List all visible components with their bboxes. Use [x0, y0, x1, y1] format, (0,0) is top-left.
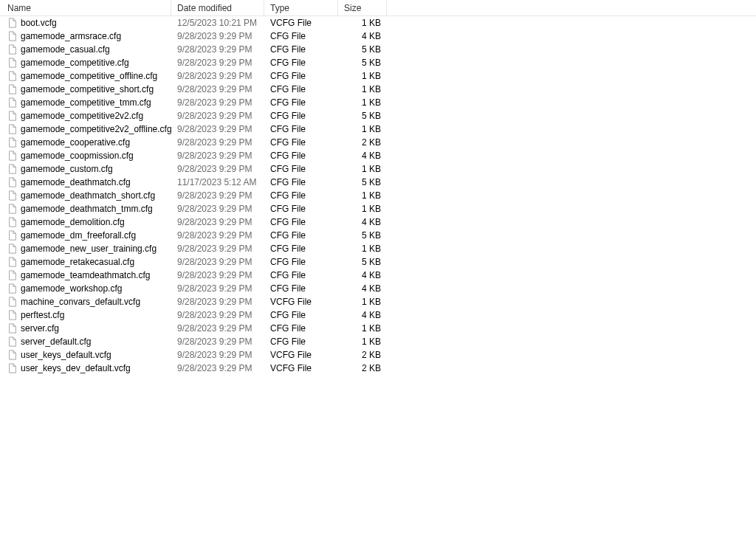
- file-name-cell: user_keys_dev_default.vcfg: [0, 363, 171, 373]
- file-row[interactable]: gamemode_deathmatch_short.cfg9/28/2023 9…: [0, 189, 756, 202]
- file-explorer: Name Date modified Type Size boot.vcfg12…: [0, 0, 756, 375]
- file-type: CFG File: [264, 190, 338, 201]
- file-size: 4 KB: [338, 31, 387, 41]
- file-name: server.cfg: [21, 323, 59, 334]
- file-row[interactable]: gamemode_armsrace.cfg9/28/2023 9:29 PMCF…: [0, 30, 756, 43]
- file-date: 9/28/2023 9:29 PM: [171, 44, 264, 55]
- file-name: gamemode_new_user_training.cfg: [21, 244, 157, 254]
- file-row[interactable]: gamemode_demolition.cfg9/28/2023 9:29 PM…: [0, 215, 756, 229]
- file-date: 9/28/2023 9:29 PM: [171, 190, 264, 201]
- file-date: 9/28/2023 9:29 PM: [171, 137, 264, 148]
- file-row[interactable]: gamemode_dm_freeforall.cfg9/28/2023 9:29…: [0, 229, 756, 242]
- file-type: CFG File: [264, 270, 338, 280]
- file-name-cell: gamemode_deathmatch_short.cfg: [0, 190, 171, 201]
- file-name-cell: gamemode_competitive2v2_offline.cfg: [0, 124, 171, 134]
- file-row[interactable]: gamemode_competitive.cfg9/28/2023 9:29 P…: [0, 56, 756, 69]
- file-date: 9/28/2023 9:29 PM: [171, 350, 264, 360]
- file-name-cell: gamemode_demolition.cfg: [0, 217, 171, 227]
- file-icon: [7, 270, 18, 280]
- file-row[interactable]: gamemode_competitive_offline.cfg9/28/202…: [0, 69, 756, 83]
- file-name: user_keys_dev_default.vcfg: [21, 363, 131, 373]
- file-size: 4 KB: [338, 270, 387, 280]
- file-type: CFG File: [264, 111, 338, 121]
- file-name-cell: boot.vcfg: [0, 18, 171, 28]
- file-size: 1 KB: [338, 204, 387, 214]
- file-icon: [7, 151, 18, 161]
- file-icon: [7, 31, 18, 41]
- file-name: gamemode_coopmission.cfg: [21, 151, 134, 161]
- file-icon: [7, 71, 18, 81]
- file-icon: [7, 177, 18, 187]
- file-date: 9/28/2023 9:29 PM: [171, 270, 264, 280]
- file-row[interactable]: gamemode_new_user_training.cfg9/28/2023 …: [0, 242, 756, 255]
- file-row[interactable]: gamemode_custom.cfg9/28/2023 9:29 PMCFG …: [0, 162, 756, 176]
- file-date: 12/5/2023 10:21 PM: [171, 18, 264, 28]
- file-icon: [7, 310, 18, 320]
- file-name: server_default.cfg: [21, 336, 91, 347]
- file-name-cell: gamemode_competitive.cfg: [0, 58, 171, 68]
- file-row[interactable]: gamemode_deathmatch_tmm.cfg9/28/2023 9:2…: [0, 202, 756, 215]
- file-name: gamemode_competitive_short.cfg: [21, 84, 154, 94]
- file-type: CFG File: [264, 230, 338, 241]
- file-date: 9/28/2023 9:29 PM: [171, 257, 264, 267]
- file-name-cell: gamemode_cooperative.cfg: [0, 137, 171, 148]
- file-name: gamemode_deathmatch_short.cfg: [21, 190, 155, 201]
- file-date: 9/28/2023 9:29 PM: [171, 71, 264, 81]
- file-icon: [7, 58, 18, 68]
- file-name: gamemode_competitive_offline.cfg: [21, 71, 157, 81]
- file-row[interactable]: user_keys_dev_default.vcfg9/28/2023 9:29…: [0, 362, 756, 375]
- file-row[interactable]: boot.vcfg12/5/2023 10:21 PMVCFG File1 KB: [0, 16, 756, 30]
- file-type: CFG File: [264, 310, 338, 320]
- file-name-cell: server_default.cfg: [0, 336, 171, 347]
- file-row[interactable]: gamemode_deathmatch.cfg11/17/2023 5:12 A…: [0, 176, 756, 189]
- file-row[interactable]: machine_convars_default.vcfg9/28/2023 9:…: [0, 295, 756, 308]
- file-type: CFG File: [264, 44, 338, 55]
- file-row[interactable]: gamemode_competitive_tmm.cfg9/28/2023 9:…: [0, 96, 756, 109]
- file-type: CFG File: [264, 177, 338, 187]
- file-icon: [7, 204, 18, 214]
- file-name-cell: user_keys_default.vcfg: [0, 350, 171, 360]
- file-date: 9/28/2023 9:29 PM: [171, 244, 264, 254]
- file-name-cell: gamemode_deathmatch.cfg: [0, 177, 171, 187]
- file-name: gamemode_workshop.cfg: [21, 283, 122, 294]
- file-name: gamemode_cooperative.cfg: [21, 137, 130, 148]
- file-row[interactable]: user_keys_default.vcfg9/28/2023 9:29 PMV…: [0, 348, 756, 362]
- file-icon: [7, 283, 18, 294]
- file-date: 9/28/2023 9:29 PM: [171, 97, 264, 108]
- file-name-cell: gamemode_teamdeathmatch.cfg: [0, 270, 171, 280]
- file-row[interactable]: gamemode_casual.cfg9/28/2023 9:29 PMCFG …: [0, 43, 756, 56]
- file-row[interactable]: gamemode_retakecasual.cfg9/28/2023 9:29 …: [0, 255, 756, 269]
- file-row[interactable]: gamemode_competitive_short.cfg9/28/2023 …: [0, 83, 756, 96]
- file-row[interactable]: gamemode_teamdeathmatch.cfg9/28/2023 9:2…: [0, 269, 756, 282]
- file-type: CFG File: [264, 31, 338, 41]
- file-name: gamemode_casual.cfg: [21, 44, 110, 55]
- column-header-name[interactable]: Name: [0, 1, 171, 15]
- file-name: boot.vcfg: [21, 18, 57, 28]
- file-row[interactable]: gamemode_competitive2v2_offline.cfg9/28/…: [0, 122, 756, 136]
- file-date: 9/28/2023 9:29 PM: [171, 323, 264, 334]
- file-row[interactable]: perftest.cfg9/28/2023 9:29 PMCFG File4 K…: [0, 308, 756, 322]
- file-size: 1 KB: [338, 297, 387, 307]
- file-name: gamemode_armsrace.cfg: [21, 31, 121, 41]
- file-size: 5 KB: [338, 177, 387, 187]
- file-row[interactable]: gamemode_workshop.cfg9/28/2023 9:29 PMCF…: [0, 282, 756, 295]
- file-row[interactable]: server_default.cfg9/28/2023 9:29 PMCFG F…: [0, 335, 756, 348]
- file-row[interactable]: server.cfg9/28/2023 9:29 PMCFG File1 KB: [0, 322, 756, 335]
- file-row[interactable]: gamemode_coopmission.cfg9/28/2023 9:29 P…: [0, 149, 756, 162]
- file-name: gamemode_competitive2v2_offline.cfg: [21, 124, 171, 134]
- file-icon: [7, 190, 18, 201]
- file-type: CFG File: [264, 58, 338, 68]
- file-size: 1 KB: [338, 84, 387, 94]
- file-row[interactable]: gamemode_cooperative.cfg9/28/2023 9:29 P…: [0, 136, 756, 149]
- file-date: 9/28/2023 9:29 PM: [171, 151, 264, 161]
- file-type: CFG File: [264, 336, 338, 347]
- file-size: 1 KB: [338, 190, 387, 201]
- column-header-size[interactable]: Size: [338, 1, 387, 15]
- file-type: VCFG File: [264, 363, 338, 373]
- file-name: machine_convars_default.vcfg: [21, 297, 140, 307]
- file-row[interactable]: gamemode_competitive2v2.cfg9/28/2023 9:2…: [0, 109, 756, 122]
- file-date: 9/28/2023 9:29 PM: [171, 164, 264, 174]
- column-header-type[interactable]: Type: [264, 1, 338, 15]
- file-name: gamemode_competitive2v2.cfg: [21, 111, 143, 121]
- column-header-date[interactable]: Date modified: [171, 1, 264, 15]
